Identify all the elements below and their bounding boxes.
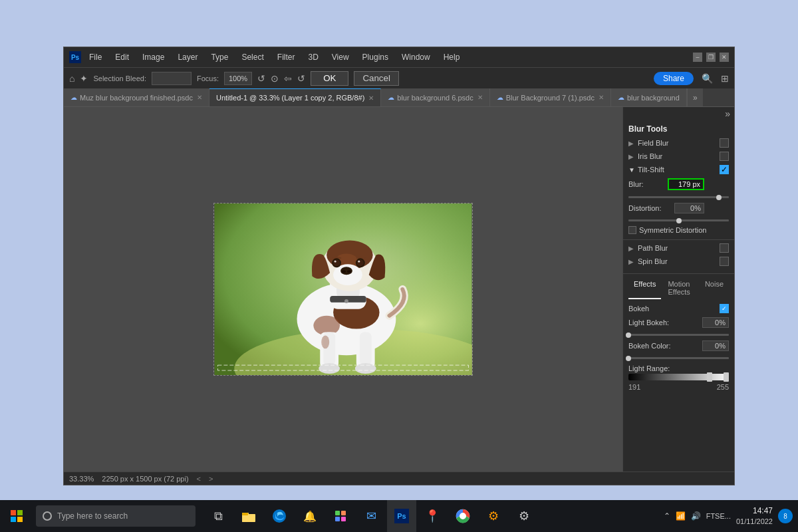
tab-blur6[interactable]: ☁ blur background 6.psdc ✕ [381, 88, 489, 107]
bokeh-color-thumb[interactable] [626, 356, 631, 361]
minimize-button[interactable]: – [693, 53, 702, 62]
menu-view[interactable]: View [329, 51, 352, 63]
edge-button[interactable] [265, 500, 294, 532]
light-range-slider[interactable] [628, 374, 729, 380]
tab-muz-close[interactable]: ✕ [197, 94, 202, 101]
tray-expand[interactable]: ⌃ [664, 511, 670, 521]
nav-next[interactable]: > [209, 475, 213, 483]
share-button[interactable]: Share [654, 72, 694, 85]
field-blur-row[interactable]: ▶ Field Blur [623, 136, 734, 150]
menu-edit[interactable]: Edit [112, 51, 132, 63]
light-bokeh-thumb[interactable] [626, 332, 631, 338]
system-settings-button[interactable]: ⚙ [509, 500, 539, 532]
photoshop-window: Ps File Edit Image Layer Type Select Fil… [63, 47, 735, 485]
zoom-level: 33.33% [69, 475, 94, 483]
taskbar-icons: ⧉ 🔔 ✉ Ps [203, 500, 539, 532]
cancel-button[interactable]: Cancel [354, 71, 399, 86]
photoshop-taskbar-button[interactable]: Ps [387, 500, 416, 532]
distortion-slider-track[interactable] [628, 219, 729, 221]
canvas-area[interactable] [64, 107, 622, 471]
path-blur-row[interactable]: ▶ Path Blur [623, 241, 734, 255]
file-explorer-button[interactable] [234, 500, 263, 532]
menu-layer[interactable]: Layer [175, 51, 200, 63]
date-display: 01/11/2022 [736, 517, 773, 527]
menu-plugins[interactable]: Plugins [360, 51, 391, 63]
menu-image[interactable]: Image [140, 51, 167, 63]
spin-blur-checkbox[interactable] [720, 257, 729, 266]
iris-blur-row[interactable]: ▶ Iris Blur [623, 150, 734, 163]
view-options-icon[interactable]: ⊞ [721, 73, 729, 84]
tab-untitled-close[interactable]: ✕ [368, 94, 374, 102]
light-range-thumb-left[interactable] [707, 372, 712, 382]
path-blur-checkbox[interactable] [720, 243, 729, 253]
tilt-shift-row[interactable]: ▼ Tilt-Shift ✓ [623, 163, 734, 176]
menu-help[interactable]: Help [441, 51, 463, 63]
distortion-slider-container [623, 215, 734, 224]
search-icon[interactable]: 🔍 [702, 73, 713, 84]
symmetric-checkbox[interactable] [628, 226, 636, 234]
selection-bleed-input[interactable] [152, 72, 192, 85]
spin-blur-row[interactable]: ▶ Spin Blur [623, 255, 734, 268]
ok-button[interactable]: OK [311, 71, 348, 86]
tab-blur7-close[interactable]: ✕ [598, 94, 604, 101]
tab-blur7[interactable]: ☁ Blur Background 7 (1).psdc ✕ [490, 88, 611, 107]
iris-blur-label: Iris Blur [638, 152, 717, 160]
icon4[interactable]: ↺ [297, 73, 305, 84]
menu-filter[interactable]: Filter [275, 51, 298, 63]
chrome-button[interactable] [448, 500, 477, 532]
brush-icon[interactable]: ✦ [80, 73, 88, 84]
field-blur-checkbox[interactable] [720, 138, 729, 148]
blur-slider-track[interactable] [628, 196, 729, 198]
tab-muz[interactable]: ☁ Muz blur background finished.psdc ✕ [64, 88, 209, 107]
svg-point-15 [342, 270, 346, 273]
tab-untitled[interactable]: Untitled-1 @ 33.3% (Layer 1 copy 2, RGB/… [209, 88, 381, 107]
light-bokeh-slider[interactable] [628, 334, 729, 336]
nav-prev[interactable]: < [197, 475, 201, 483]
task-view-button[interactable]: ⧉ [203, 500, 233, 532]
notifications-button[interactable]: 🔔 [295, 500, 325, 532]
sound-icon: 🔊 [691, 511, 701, 521]
settings-taskbar-button[interactable]: ⚙ [479, 500, 508, 532]
distortion-slider-thumb[interactable] [676, 218, 682, 223]
bokeh-color-slider[interactable] [628, 357, 729, 359]
ftse-label: FTSE... [706, 512, 731, 520]
maps-button[interactable]: 📍 [418, 500, 447, 532]
svg-point-22 [358, 261, 360, 263]
light-bokeh-value[interactable]: 0% [702, 317, 729, 328]
icon2[interactable]: ⊙ [271, 73, 279, 84]
light-range-section: Light Range: 191 255 [623, 362, 734, 394]
effects-tab-noise[interactable]: Noise [700, 278, 729, 299]
mail-button[interactable]: ✉ [356, 500, 386, 532]
icon1[interactable]: ↺ [257, 73, 265, 84]
effects-tab-motion[interactable]: Motion Effects [662, 278, 698, 299]
home-icon[interactable]: ⌂ [69, 73, 74, 84]
menu-select[interactable]: Select [239, 51, 266, 63]
apps-button[interactable] [326, 500, 355, 532]
distortion-value[interactable]: 0% [674, 203, 704, 213]
notification-badge[interactable]: 8 [778, 509, 793, 523]
tilt-shift-checkbox[interactable]: ✓ [720, 165, 729, 174]
close-button[interactable]: ✕ [720, 53, 729, 62]
svg-point-28 [355, 363, 376, 374]
focus-label: Focus: [197, 74, 219, 82]
tab-blurbg[interactable]: ☁ blur background [611, 88, 687, 107]
blur-slider-thumb[interactable] [716, 195, 722, 200]
tab-blur6-close[interactable]: ✕ [477, 94, 483, 101]
tabs-overflow[interactable]: » [687, 88, 703, 107]
start-button[interactable] [0, 500, 33, 532]
canvas-image [213, 203, 473, 376]
bokeh-color-value[interactable]: 0% [702, 340, 729, 351]
menu-type[interactable]: Type [208, 51, 231, 63]
menu-3d[interactable]: 3D [305, 51, 321, 63]
icon3[interactable]: ⇦ [284, 73, 292, 84]
taskbar-search[interactable]: Type here to search [36, 505, 196, 527]
blur-value-input[interactable]: 179 px [668, 178, 704, 190]
light-range-thumb-right[interactable] [724, 372, 729, 382]
restore-button[interactable]: ❐ [706, 53, 716, 62]
bokeh-checkbox[interactable]: ✓ [720, 304, 729, 313]
effects-tab-effects[interactable]: Effects [628, 278, 661, 299]
panel-expand-button[interactable]: » [623, 107, 734, 120]
iris-blur-checkbox[interactable] [720, 152, 729, 161]
menu-window[interactable]: Window [399, 51, 433, 63]
menu-file[interactable]: File [86, 51, 104, 63]
